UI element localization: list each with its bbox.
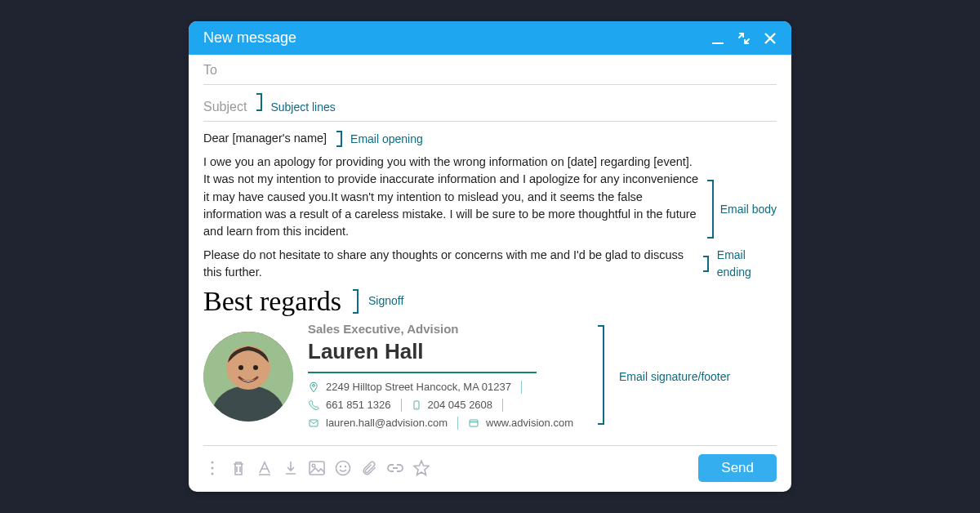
svg-point-5 xyxy=(238,365,243,370)
svg-rect-10 xyxy=(470,420,478,426)
email-signoff: Best regards xyxy=(203,288,341,315)
bracket-icon xyxy=(256,93,262,111)
annotation-subject: Subject lines xyxy=(270,100,335,114)
email-content[interactable]: Dear [manager's name] Email opening I ow… xyxy=(203,122,777,433)
signature-rule xyxy=(308,372,537,373)
signature-title: Sales Executive, Advision xyxy=(308,320,573,338)
star-icon[interactable] xyxy=(412,459,430,477)
bracket-icon xyxy=(707,180,714,239)
svg-point-8 xyxy=(416,408,416,408)
compose-footer: Send xyxy=(203,445,777,482)
close-icon[interactable] xyxy=(762,30,778,47)
email-body: I owe you an apology for providing you w… xyxy=(203,154,699,239)
toolbar xyxy=(203,459,430,477)
emoji-icon[interactable] xyxy=(334,459,352,477)
to-label: To xyxy=(203,63,217,78)
compose-window: New message To Subject Subject lines Dea… xyxy=(189,21,791,491)
signature-address: 2249 Hilltop Street Hancock, MA 01237 xyxy=(326,380,511,395)
signature-block: Sales Executive, Advision Lauren Hall 22… xyxy=(203,320,573,434)
signature-phone2: 204 045 2608 xyxy=(428,398,493,413)
send-button[interactable]: Send xyxy=(698,454,777,482)
to-field-row[interactable]: To xyxy=(203,55,777,85)
compose-header: New message xyxy=(189,21,791,55)
collapse-icon[interactable] xyxy=(736,30,752,47)
image-icon[interactable] xyxy=(308,459,326,477)
bracket-icon xyxy=(336,131,342,147)
signature-website: www.advision.com xyxy=(486,416,573,431)
website-icon xyxy=(468,418,479,428)
signature-phone1: 661 851 1326 xyxy=(326,398,391,413)
svg-point-17 xyxy=(336,461,350,475)
annotation-opening: Email opening xyxy=(350,131,423,147)
annotation-signature: Email signature/footer xyxy=(619,368,730,385)
email-greeting: Dear [manager's name] xyxy=(203,130,327,147)
bracket-icon xyxy=(598,325,604,425)
svg-point-18 xyxy=(340,465,341,466)
mobile-icon xyxy=(412,399,421,411)
link-icon[interactable] xyxy=(386,459,404,477)
svg-point-14 xyxy=(211,472,213,475)
bracket-icon xyxy=(353,289,359,314)
header-actions xyxy=(710,30,778,47)
svg-point-12 xyxy=(211,461,213,463)
annotation-signoff: Signoff xyxy=(368,292,403,309)
bracket-icon xyxy=(703,256,709,272)
subject-label: Subject xyxy=(203,100,247,114)
more-icon[interactable] xyxy=(203,459,221,477)
svg-point-6 xyxy=(253,365,258,370)
trash-icon[interactable] xyxy=(229,459,247,477)
svg-rect-15 xyxy=(310,462,324,475)
signature-email: lauren.hall@advision.com xyxy=(326,416,448,431)
location-icon xyxy=(308,381,319,393)
font-icon[interactable] xyxy=(256,459,274,477)
signature-name: Lauren Hall xyxy=(308,337,573,368)
annotation-body: Email body xyxy=(720,201,777,217)
header-title: New message xyxy=(203,29,296,47)
svg-point-16 xyxy=(312,464,315,467)
email-icon xyxy=(308,418,319,428)
subject-field-row[interactable]: Subject Subject lines xyxy=(203,85,777,122)
minimize-icon[interactable] xyxy=(710,30,726,47)
avatar xyxy=(203,332,293,422)
svg-point-13 xyxy=(211,466,213,469)
svg-point-4 xyxy=(226,346,270,390)
attachment-icon[interactable] xyxy=(360,459,378,477)
annotation-ending: Email ending xyxy=(717,247,777,280)
svg-point-19 xyxy=(345,465,346,466)
email-ending: Please do not hesitate to share any thou… xyxy=(203,247,693,281)
download-icon[interactable] xyxy=(282,459,300,477)
phone-icon xyxy=(308,399,319,411)
